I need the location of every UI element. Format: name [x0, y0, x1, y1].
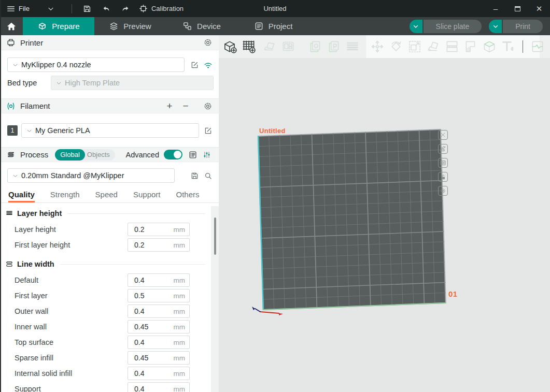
scale-tool-button[interactable]	[405, 37, 424, 56]
paste-button[interactable]	[325, 37, 343, 56]
plate-layout-button[interactable]	[438, 158, 448, 168]
tab-prepare[interactable]: Prepare	[23, 17, 94, 35]
tab-support[interactable]: Support	[133, 190, 161, 202]
compare-presets-icon[interactable]	[201, 149, 213, 161]
setting-label: Layer height	[15, 225, 128, 234]
seam-painting-tool-button[interactable]	[528, 37, 547, 56]
minimize-button[interactable]: –	[485, 0, 506, 17]
support-painting-tool-button[interactable]	[480, 37, 499, 56]
bed-type-select[interactable]: High Temp Plate	[51, 76, 214, 90]
tab-others[interactable]: Others	[176, 190, 200, 202]
tab-device[interactable]: Device	[166, 17, 237, 35]
variable-layer-height-tool-button[interactable]	[461, 37, 480, 56]
cut-tool-button[interactable]	[443, 37, 461, 56]
main-content: Printer MyKlipper 0.4 nozzle Bed type	[0, 35, 550, 392]
filament-preset-select[interactable]: My Generic PLA	[21, 123, 199, 138]
print-group: Print	[489, 20, 543, 33]
first-layer-height-input[interactable]: 0.2 mm	[128, 238, 190, 252]
file-dropdown-chevron[interactable]	[43, 2, 59, 16]
process-preset-select[interactable]: 0.20mm Standard @MyKlipper	[7, 168, 175, 183]
home-button[interactable]	[0, 17, 23, 35]
printer-icon	[6, 38, 16, 47]
setting-label: Outer wall	[15, 307, 128, 315]
top-surface-line-width-input[interactable]: 0.4 mm	[128, 336, 190, 349]
print-options-chevron[interactable]	[489, 20, 502, 33]
viewport-toolbar	[219, 35, 550, 58]
plate-delete-button[interactable]	[438, 130, 448, 140]
sparse-infill-line-width-input[interactable]: 0.45 mm	[128, 351, 190, 365]
parameter-list-icon[interactable]	[187, 149, 199, 161]
group-rule	[67, 213, 205, 214]
setting-unit: mm	[174, 385, 190, 392]
tab-strength[interactable]: Strength	[50, 190, 80, 202]
plate-arrange-button[interactable]	[438, 144, 448, 154]
file-menu[interactable]: File	[6, 4, 30, 13]
add-filament-button[interactable]: +	[164, 101, 175, 111]
save-button[interactable]	[79, 2, 95, 16]
tab-speed[interactable]: Speed	[95, 190, 118, 202]
redo-button[interactable]	[118, 2, 133, 16]
first-layer-line-width-input[interactable]: 0.5 mm	[128, 289, 190, 302]
add-object-button[interactable]	[221, 37, 239, 56]
project-icon	[254, 21, 264, 31]
setting-value: 0.2	[128, 241, 144, 249]
undo-button[interactable]	[98, 2, 114, 16]
print-button[interactable]: Print	[503, 20, 543, 33]
advanced-label: Advanced	[126, 151, 160, 159]
advanced-toggle[interactable]	[164, 150, 182, 159]
maximize-button[interactable]	[506, 0, 528, 17]
slice-options-chevron[interactable]	[410, 20, 422, 33]
tab-device-label: Device	[197, 22, 221, 31]
search-icon[interactable]	[202, 170, 214, 181]
scope-objects-button[interactable]: Objects	[85, 149, 115, 161]
plate-name-label[interactable]: Untitled	[259, 127, 286, 135]
line-width-icon	[5, 260, 13, 268]
setting-row: First layer 0.5 mm	[5, 288, 205, 303]
slice-plate-button[interactable]: Slice plate	[424, 20, 482, 33]
move-tool-button[interactable]	[368, 37, 387, 56]
viewport-3d[interactable]: Untitled 01	[219, 35, 550, 392]
copy-button[interactable]	[306, 37, 325, 56]
add-plate-button[interactable]	[239, 37, 258, 56]
process-scope-toggle: Global Objects	[55, 149, 115, 161]
calibration-label: Calibration	[151, 5, 184, 12]
printer-section-title: Printer	[20, 38, 43, 47]
rotate-tool-button[interactable]	[387, 37, 405, 56]
close-button[interactable]: ✕	[528, 0, 550, 17]
bed-type-label: Bed type	[7, 79, 51, 87]
save-preset-icon[interactable]	[189, 170, 200, 181]
titlebar-divider	[72, 4, 72, 13]
build-plate-canvas[interactable]	[219, 35, 550, 392]
tab-preview[interactable]: Preview	[94, 17, 166, 35]
tab-quality[interactable]: Quality	[8, 190, 35, 202]
plate-settings-button[interactable]	[438, 186, 448, 196]
arrange-button[interactable]	[279, 37, 298, 56]
printer-preset-select[interactable]: MyKlipper 0.4 nozzle	[7, 57, 185, 72]
inner-wall-line-width-input[interactable]: 0.45 mm	[128, 320, 190, 333]
printer-settings-gear-icon[interactable]	[203, 38, 213, 47]
setting-unit: mm	[174, 323, 190, 331]
tab-project[interactable]: Project	[237, 17, 309, 35]
outer-wall-line-width-input[interactable]: 0.4 mm	[128, 304, 190, 318]
sidebar-panel: Printer MyKlipper 0.4 nozzle Bed type	[0, 35, 219, 392]
default-line-width-input[interactable]: 0.4 mm	[128, 273, 190, 287]
filament-settings-gear-icon[interactable]	[203, 101, 213, 111]
support-line-width-input[interactable]: 0.4 mm	[128, 382, 190, 392]
wifi-connection-icon[interactable]	[202, 59, 214, 70]
object-list-button[interactable]	[343, 37, 362, 56]
scope-global-button[interactable]: Global	[55, 149, 85, 161]
settings-scrollbar-thumb[interactable]	[214, 217, 216, 255]
text-tool-button[interactable]	[499, 37, 517, 56]
setting-row: Inner wall 0.45 mm	[5, 319, 205, 335]
plate-lock-button[interactable]	[438, 172, 448, 182]
layer-height-input[interactable]: 0.2 mm	[128, 223, 190, 236]
remove-filament-button[interactable]: −	[180, 101, 191, 111]
calibration-button[interactable]: Calibration	[139, 4, 184, 13]
edit-printer-icon[interactable]	[189, 59, 200, 70]
setting-value: 0.45	[128, 354, 148, 362]
setting-unit: mm	[174, 370, 190, 378]
lay-on-face-tool-button[interactable]	[424, 37, 443, 56]
edit-filament-icon[interactable]	[202, 125, 214, 136]
internal-solid-infill-line-width-input[interactable]: 0.4 mm	[128, 367, 190, 380]
auto-orient-button[interactable]	[260, 37, 279, 56]
